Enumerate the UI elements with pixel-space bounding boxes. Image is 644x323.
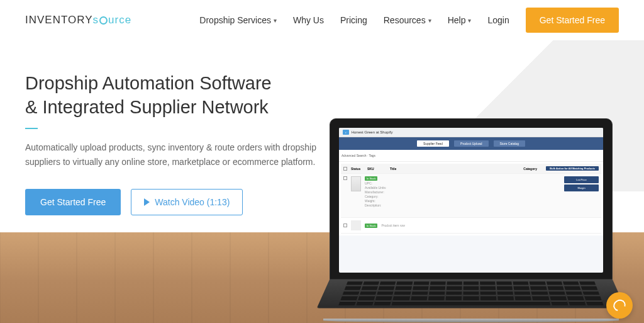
laptop-base [323, 319, 619, 322]
nav-why-us[interactable]: Why Us [293, 15, 324, 25]
table-row: In Stock UPC:Available Units:Manufacture… [341, 174, 601, 218]
tab-store-catalog: Store Catalog [494, 140, 526, 147]
bulk-action-button: Bulk Action for All Matching Products [546, 166, 599, 171]
watch-video-button[interactable]: Watch Video (1:13) [131, 189, 243, 215]
chat-icon [611, 297, 628, 314]
title-line2: & Integrated Supplier Network [25, 97, 269, 117]
nav-label: Why Us [293, 15, 324, 25]
nav-pricing[interactable]: Pricing [340, 15, 367, 25]
col-status: Status [351, 167, 364, 171]
back-icon: ‹ [343, 130, 349, 135]
product-thumbnail [351, 220, 361, 230]
watch-video-label: Watch Video (1:13) [155, 197, 230, 207]
title-line1: Dropship Automation Software [25, 73, 272, 93]
laptop-mockup: ‹ Honest Green at Shopify Supplier Feed … [330, 118, 613, 320]
laptop-keyboard [317, 280, 626, 309]
logo-text-s: s [93, 14, 99, 26]
checkbox [343, 167, 347, 171]
nav-label: Pricing [340, 15, 367, 25]
product-table: Status SKU Title Category Bulk Action fo… [339, 162, 603, 235]
logo-o-icon [99, 16, 108, 25]
filter-text: Advanced Search · Tags [341, 154, 375, 157]
table-header: Status SKU Title Category Bulk Action fo… [341, 164, 601, 174]
nav-label: Login [487, 15, 509, 25]
hero-content: Dropship Automation Software & Integrate… [25, 72, 321, 215]
hero-title: Dropship Automation Software & Integrate… [25, 72, 321, 119]
col-category: Category [523, 167, 542, 171]
nav-help[interactable]: Help ▾ [448, 15, 472, 25]
tab-product-upload: Product Upload [454, 140, 488, 147]
nav-login[interactable]: Login [487, 15, 509, 25]
app-topbar: ‹ Honest Green at Shopify [339, 128, 603, 137]
product-details: In Stock UPC:Available Units:Manufacture… [365, 176, 560, 208]
main-nav: Dropship Services ▾ Why Us Pricing Resou… [199, 8, 619, 33]
laptop-frame: ‹ Honest Green at Shopify Supplier Feed … [330, 118, 613, 280]
laptop-screen: ‹ Honest Green at Shopify Supplier Feed … [339, 128, 603, 273]
get-started-hero-button[interactable]: Get Started Free [25, 189, 121, 215]
tab-supplier-feed: Supplier Feed [417, 140, 449, 147]
stock-badge: In Stock [365, 224, 377, 228]
logo-text-last: urce [108, 14, 131, 26]
checkbox [343, 176, 347, 180]
col-title: Title [390, 167, 519, 171]
chevron-down-icon: ▾ [274, 17, 277, 24]
list-price-button: List Price [564, 176, 599, 183]
nav-dropship-services[interactable]: Dropship Services ▾ [199, 15, 277, 25]
app-title: Honest Green at Shopify [352, 130, 393, 134]
chevron-down-icon: ▾ [468, 17, 471, 24]
get-started-header-button[interactable]: Get Started Free [526, 8, 619, 33]
logo[interactable]: INVENTORYsurce [25, 14, 131, 26]
chevron-down-icon: ▾ [428, 17, 431, 24]
app-tabs: Supplier Feed Product Upload Store Catal… [339, 137, 603, 150]
title-divider [25, 128, 38, 129]
hero-buttons: Get Started Free Watch Video (1:13) [25, 189, 321, 215]
product-title: Product item row [381, 224, 599, 227]
play-icon [144, 198, 150, 206]
chat-widget-button[interactable] [606, 292, 633, 319]
product-thumbnail [351, 176, 361, 191]
main-header: INVENTORYsurce Dropship Services ▾ Why U… [0, 0, 644, 40]
margin-button: Margin [564, 184, 599, 191]
logo-text-first: INVENTORY [25, 14, 93, 26]
col-sku: SKU [367, 167, 386, 171]
nav-resources[interactable]: Resources ▾ [384, 15, 431, 25]
hero-subtitle: Automatically upload products, sync inve… [25, 140, 321, 169]
product-meta: UPC:Available Units:Manufacturer:Categor… [365, 181, 560, 208]
hero-section: Dropship Automation Software & Integrate… [0, 40, 644, 323]
nav-label: Resources [384, 15, 426, 25]
stock-badge: In Stock [365, 176, 377, 181]
checkbox [343, 224, 347, 227]
nav-label: Help [448, 15, 466, 25]
table-row: In Stock Product item row [341, 218, 601, 234]
filter-bar: Advanced Search · Tags [339, 150, 603, 162]
price-buttons: List Price Margin [564, 176, 599, 193]
nav-label: Dropship Services [199, 15, 271, 25]
